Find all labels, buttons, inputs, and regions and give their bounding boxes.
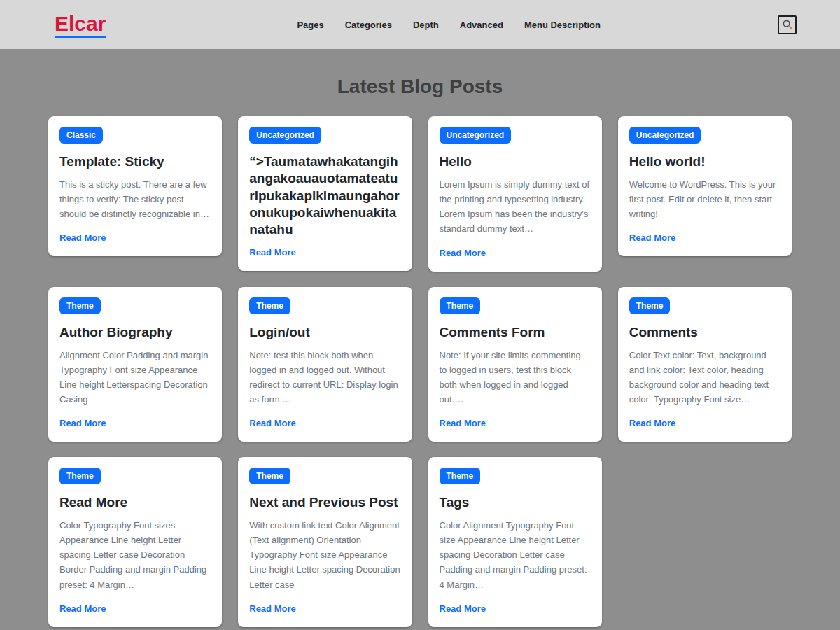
post-excerpt: Lorem Ipsum is simply dummy text of the … — [440, 177, 591, 236]
badge-row: Theme — [249, 468, 400, 484]
post-title: Author Biography — [59, 324, 211, 341]
badge-row: Theme — [59, 468, 211, 484]
read-more-link[interactable]: Read More — [629, 418, 676, 428]
post-excerpt: Welcome to WordPress. This is your first… — [629, 177, 780, 221]
read-more-link[interactable]: Read More — [629, 232, 676, 243]
post-title: Hello world! — [629, 153, 780, 170]
read-more-link[interactable]: Read More — [249, 603, 295, 614]
read-more-link[interactable]: Read More — [440, 248, 486, 258]
post-excerpt: Color Alignment Typography Font size App… — [440, 518, 591, 592]
post-title: Next and Previous Post — [249, 494, 400, 511]
read-more-link[interactable]: Read More — [59, 603, 106, 614]
post-excerpt: Color Typography Font sizes Appearance L… — [59, 518, 211, 592]
badge-row: Theme — [440, 468, 591, 484]
nav-item-categories[interactable]: Categories — [345, 20, 392, 30]
post-title: Tags — [440, 494, 591, 511]
post-title: Read More — [59, 494, 211, 511]
post-excerpt: Color Text color: Text, background and l… — [629, 348, 780, 407]
post-excerpt: Alignment Color Padding and margin Typog… — [59, 348, 211, 407]
post-excerpt: This is a sticky post. There are a few t… — [59, 177, 211, 221]
badge-row: Theme — [440, 298, 591, 314]
category-badge[interactable]: Classic — [59, 127, 103, 144]
category-badge[interactable]: Theme — [440, 298, 481, 314]
post-title: Comments — [629, 324, 780, 341]
post-title: Hello — [440, 153, 591, 170]
category-badge[interactable]: Theme — [249, 298, 290, 314]
category-badge[interactable]: Uncategorized — [440, 127, 512, 144]
site-logo[interactable]: Elcar — [55, 12, 106, 38]
post-card: Theme Comments Form Note: If your site l… — [428, 287, 602, 442]
nav-item-depth[interactable]: Depth — [413, 20, 439, 30]
post-excerpt: Note: If your site limits commenting to … — [440, 348, 591, 407]
post-card: Theme Read More Color Typography Font si… — [48, 457, 222, 627]
category-badge[interactable]: Theme — [249, 468, 290, 484]
read-more-link[interactable]: Read More — [59, 418, 106, 428]
post-card: Uncategorized Hello Lorem Ipsum is simpl… — [428, 116, 602, 272]
category-badge[interactable]: Theme — [59, 468, 101, 484]
read-more-link[interactable]: Read More — [59, 232, 106, 243]
site-header: Elcar PagesCategoriesDepthAdvancedMenu D… — [0, 0, 840, 49]
category-badge[interactable]: Theme — [440, 468, 481, 484]
nav-item-advanced[interactable]: Advanced — [460, 20, 503, 30]
badge-row: Uncategorized — [249, 127, 400, 144]
post-card: Theme Login/out Note: test this block bo… — [238, 287, 412, 442]
search-icon — [782, 19, 793, 30]
post-card: Theme Comments Color Text color: Text, b… — [618, 287, 792, 442]
post-card: Theme Tags Color Alignment Typography Fo… — [428, 457, 602, 627]
category-badge[interactable]: Theme — [629, 298, 671, 314]
post-card: Uncategorized Hello world! Welcome to Wo… — [618, 116, 792, 256]
search-button[interactable] — [778, 15, 797, 34]
main-nav: PagesCategoriesDepthAdvancedMenu Descrip… — [120, 20, 778, 30]
badge-row: Uncategorized — [440, 127, 591, 144]
nav-item-menu-description[interactable]: Menu Description — [524, 20, 601, 30]
category-badge[interactable]: Uncategorized — [249, 127, 321, 144]
badge-row: Theme — [59, 298, 211, 314]
post-card: Theme Next and Previous Post With custom… — [238, 457, 412, 627]
nav-item-pages[interactable]: Pages — [297, 20, 323, 30]
main-content: Latest Blog Posts Classic Template: Stic… — [0, 76, 840, 630]
category-badge[interactable]: Uncategorized — [629, 127, 701, 144]
read-more-link[interactable]: Read More — [440, 603, 486, 614]
post-title: Template: Sticky — [59, 153, 211, 170]
post-card: Classic Template: Sticky This is a stick… — [48, 116, 222, 256]
read-more-link[interactable]: Read More — [249, 418, 295, 428]
page-title: Latest Blog Posts — [0, 76, 840, 98]
read-more-link[interactable]: Read More — [440, 418, 486, 428]
read-more-link[interactable]: Read More — [249, 247, 295, 258]
badge-row: Uncategorized — [629, 127, 780, 144]
post-card: Uncategorized “>Taumatawhakatangihangako… — [238, 116, 412, 271]
post-title: Comments Form — [440, 324, 591, 341]
badge-row: Theme — [249, 298, 400, 314]
post-title: “>Taumatawhakatangihangakoauauotamateatu… — [249, 153, 400, 239]
post-excerpt: Note: test this block both when logged i… — [249, 348, 400, 407]
category-badge[interactable]: Theme — [59, 298, 101, 314]
badge-row: Theme — [629, 298, 780, 314]
badge-row: Classic — [59, 127, 211, 144]
posts-grid: Classic Template: Sticky This is a stick… — [48, 116, 792, 627]
post-title: Login/out — [249, 324, 400, 341]
post-excerpt: With custom link text Color Alignment (T… — [249, 518, 400, 592]
post-card: Theme Author Biography Alignment Color P… — [48, 287, 222, 442]
